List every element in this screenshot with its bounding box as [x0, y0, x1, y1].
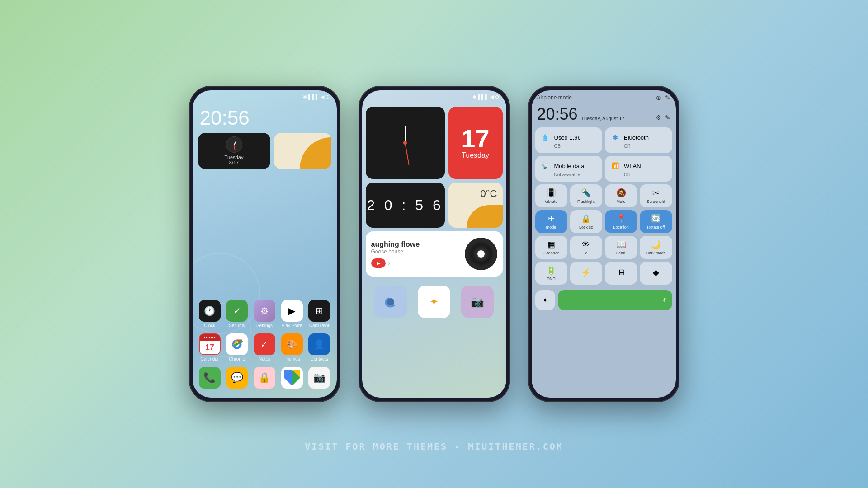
bt-title: Bluetooth	[624, 134, 649, 141]
chrome-icon	[226, 333, 248, 355]
calendar-label: Calendar	[201, 357, 219, 361]
bluetooth-tile[interactable]: ✱ Bluetooth Off	[605, 127, 672, 153]
app-lock[interactable]: 🔒	[252, 367, 277, 389]
bluetooth-icon: ✱	[609, 132, 620, 143]
airplane-icon: ✈	[548, 214, 555, 224]
ctrl-row-3: ▦ Scanner 👁 je 📖 Readi 🌙 Dark mode	[532, 236, 676, 259]
wlan-icon: 📶	[609, 160, 620, 171]
location-btn[interactable]: 📍 Location	[605, 210, 637, 233]
ctrl-header-icons: ⊕ ✎	[656, 94, 670, 101]
control-header: Airplane mode ⊕ ✎	[532, 90, 676, 103]
ctrl-time: 20:56	[537, 105, 578, 124]
phone1-time: 20:56	[193, 103, 337, 131]
widget-row-1: 17 Tuesday	[366, 107, 503, 179]
rotate-btn[interactable]: 🔄 Rotate off	[640, 210, 672, 233]
svg-point-5	[387, 298, 394, 305]
wlan-tile[interactable]: 📶 WLAN Off	[605, 156, 672, 182]
control-tiles-top: 💧 Used 1.96 GB ✱ Bluetooth Off 📡 Mobile …	[532, 127, 676, 182]
clock-analog	[226, 136, 242, 153]
screenshot-btn[interactable]: ✂ Screensht	[640, 184, 672, 207]
scanner-btn[interactable]: ▦ Scanner	[535, 236, 567, 259]
mobile-data-tile[interactable]: 📡 Mobile data Not available	[535, 156, 603, 182]
wlan-tile-header: 📶 WLAN	[609, 160, 668, 171]
weather-widget: 0°C	[448, 183, 503, 228]
music-controls: ▶ ›	[371, 258, 460, 268]
scanner-label: Scanner	[543, 251, 559, 255]
mute-btn[interactable]: 🔕 Mute	[605, 184, 637, 207]
app-camera[interactable]: 📷	[307, 367, 332, 389]
darkmode-label: Dark mode	[646, 251, 666, 255]
music-artist: Goose house	[371, 249, 460, 255]
contacts-icon: 👤	[308, 333, 330, 355]
mute-icon: 🔕	[616, 188, 626, 198]
app-phone[interactable]: 📞	[197, 367, 222, 389]
boost-btn[interactable]: ⚡	[570, 262, 602, 285]
eye-btn[interactable]: 👁 je	[570, 236, 602, 259]
app-clock[interactable]: 🕐 Clock	[197, 300, 222, 328]
settings-icon-ctrl[interactable]: ⚙	[656, 114, 661, 121]
widget-row-2: 2 0 : 5 6 0°C	[366, 183, 503, 228]
settings-label: Settings	[256, 323, 273, 328]
boost-icon: ⚡	[581, 267, 591, 277]
location-label: Location	[613, 225, 629, 230]
brightness-bar[interactable]: ☀	[558, 290, 672, 310]
app-chrome[interactable]: Chrome	[224, 333, 250, 361]
darkmode-btn[interactable]: 🌙 Dark mode	[640, 236, 672, 259]
phone2-screen: ✱▌▌▌◀⊙ 17 Tuesday	[362, 90, 506, 398]
lock-icon: 🔒	[254, 367, 275, 389]
brightness-row: ✦ ☀	[532, 287, 676, 310]
lockscreen-label: Lock sc	[579, 225, 593, 230]
large-minute-hand	[405, 143, 410, 165]
notes-icon: ✓	[254, 333, 275, 355]
strip-icon-3[interactable]: 📷	[461, 286, 494, 318]
app-notes[interactable]: ✓ Notes	[252, 333, 277, 361]
youtube-button[interactable]: ▶	[371, 258, 386, 268]
app-calendar[interactable]: ●●●●●●● 17 Calendar	[197, 333, 222, 361]
brightness-tile[interactable]: ✦	[535, 290, 555, 310]
calculator-label: Calculator	[309, 323, 330, 328]
center-dot	[403, 141, 407, 145]
music-info: aughing flowe Goose house ▶ ›	[371, 240, 460, 268]
nfc-icon: ◆	[653, 267, 659, 277]
edit-icon-ctrl[interactable]: ✎	[665, 114, 670, 121]
strip-icon-2[interactable]: ✦	[418, 286, 450, 318]
rotate-icon: 🔄	[651, 214, 661, 224]
app-maps[interactable]	[279, 367, 305, 389]
app-themes[interactable]: 🎨 Themes	[279, 333, 305, 361]
read-btn[interactable]: 📖 Readi	[605, 236, 637, 259]
app-playstore[interactable]: ▶ Play Store	[279, 300, 305, 328]
maps-icon	[281, 367, 303, 389]
strip-icon-1[interactable]	[374, 286, 407, 318]
data-icon: 💧	[540, 132, 551, 143]
cast-btn[interactable]: 🖥	[605, 262, 637, 285]
cal-day: 17	[461, 126, 489, 151]
phone1-screen: ✱▌▌▌◀⊙ 20:56 Tuesday 8/17	[193, 90, 337, 398]
airplane-btn[interactable]: ✈ mode	[535, 210, 567, 233]
lockscreen-btn[interactable]: 🔒 Lock sc	[570, 210, 602, 233]
phone2-status-bar: ✱▌▌▌◀⊙	[362, 90, 506, 103]
phone-2: ✱▌▌▌◀⊙ 17 Tuesday	[359, 86, 510, 402]
nfc-btn[interactable]: ◆	[640, 262, 672, 285]
dark-clock-widget	[366, 107, 445, 179]
app-settings[interactable]: ⚙ Settings	[252, 300, 277, 328]
playstore-icon: ▶	[281, 300, 303, 322]
svg-marker-2	[284, 370, 292, 386]
weather-quarter	[467, 205, 503, 228]
app-calculator[interactable]: ⊞ Calculator	[307, 300, 332, 328]
digital-clock-widget: 2 0 : 5 6	[366, 183, 445, 228]
ctrl-time-icons: ⚙ ✎	[656, 114, 670, 121]
vibrate-btn[interactable]: 📳 Vibrate	[535, 184, 567, 207]
flashlight-btn[interactable]: 🔦 Flashlight	[570, 184, 602, 207]
battery-btn[interactable]: 🔋 DND	[535, 262, 567, 285]
weather-temp: 0°C	[475, 183, 503, 205]
clock-label: Clock	[204, 323, 215, 328]
app-contacts[interactable]: 👤 Contacts	[307, 333, 332, 361]
app-messages[interactable]: 💬	[224, 367, 250, 389]
ctrl-time-row: 20:56 Tuesday, August 17 ⚙ ✎	[532, 103, 676, 127]
analog-face	[378, 116, 432, 170]
bt-tile-header: ✱ Bluetooth	[609, 132, 668, 143]
data-tile[interactable]: 💧 Used 1.96 GB	[535, 127, 603, 153]
app-security[interactable]: ✓ Security	[224, 300, 250, 328]
flashlight-label: Flashlight	[577, 199, 595, 204]
calculator-icon: ⊞	[308, 300, 330, 322]
